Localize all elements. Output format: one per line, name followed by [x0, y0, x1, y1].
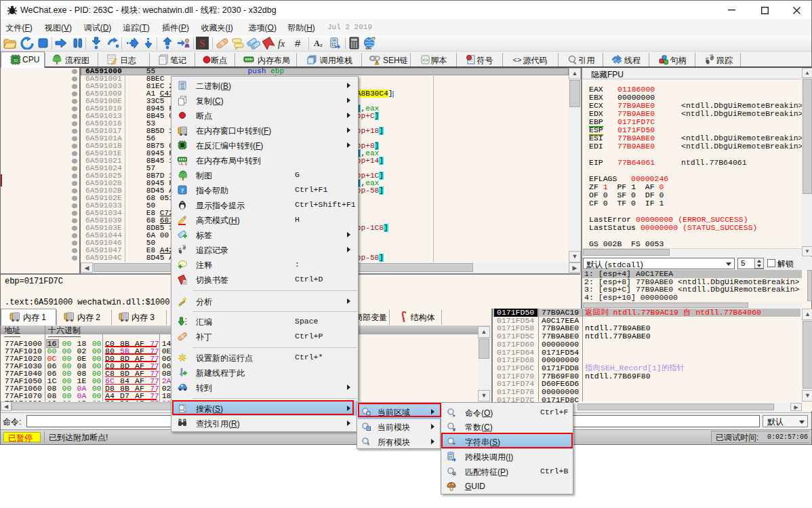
svg-text:>: >	[453, 413, 455, 418]
svg-text:10: 10	[180, 86, 184, 90]
svg-text:#: #	[295, 37, 301, 49]
svg-text:fx: fx	[278, 39, 285, 49]
svg-text:A: A	[314, 39, 320, 48]
svg-text:#: #	[453, 427, 455, 433]
svg-text:S: S	[200, 39, 205, 49]
svg-text:32: 32	[14, 58, 18, 62]
svg-text:<>: <>	[422, 58, 428, 63]
svg-text:<>: <>	[512, 56, 521, 64]
svg-text:01: 01	[185, 323, 187, 326]
svg-text:z: z	[320, 41, 323, 48]
svg-text:n: n	[184, 280, 186, 285]
svg-text:?: ?	[181, 187, 184, 194]
svg-text:@: @	[185, 161, 188, 165]
svg-text:*: *	[367, 442, 369, 446]
